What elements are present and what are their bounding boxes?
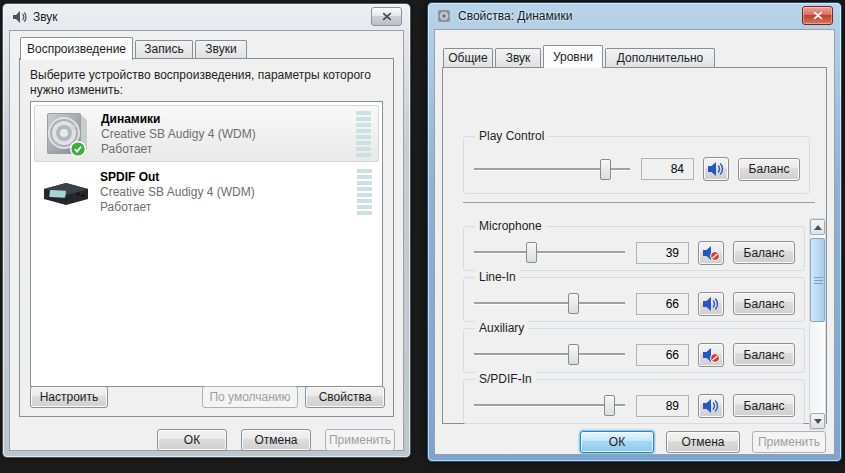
balance-button[interactable]: Баланс bbox=[733, 343, 795, 366]
sound-dialog-window: Звук Воспроизведение Запись Звуки Выбери… bbox=[2, 3, 411, 458]
properties-dialog-icon bbox=[437, 9, 452, 23]
channel-group-play-control: Play Control 84 Баланс bbox=[463, 136, 810, 194]
tab-sound[interactable]: Звук bbox=[495, 48, 541, 67]
balance-button[interactable]: Баланс bbox=[733, 394, 795, 417]
cancel-button[interactable]: Отмена bbox=[241, 429, 311, 451]
mute-button[interactable] bbox=[698, 292, 724, 316]
close-icon[interactable] bbox=[802, 6, 833, 25]
properties-client: Общие Звук Уровни Дополнительно Play Con… bbox=[434, 29, 835, 455]
balance-button[interactable]: Баланс bbox=[738, 158, 800, 181]
playback-tabpage: Выберите устройство воспроизведения, пар… bbox=[19, 58, 394, 417]
sound-dialog-titlebar[interactable]: Звук bbox=[3, 4, 410, 30]
device-row-speakers[interactable]: Динамики Creative SB Audigy 4 (WDM) Рабо… bbox=[34, 105, 379, 162]
device-row-spdif[interactable]: SPDIF Out Creative SB Audigy 4 (WDM) Раб… bbox=[34, 164, 379, 221]
set-default-button: По умолчанию bbox=[202, 386, 298, 408]
channel-label: Microphone bbox=[475, 219, 546, 233]
volume-slider[interactable] bbox=[472, 293, 627, 314]
level-meter bbox=[356, 111, 371, 158]
section-divider bbox=[463, 202, 815, 203]
apply-button: Применить bbox=[325, 429, 395, 451]
device-name: Динамики bbox=[101, 112, 256, 127]
properties-button[interactable]: Свойства bbox=[305, 386, 385, 408]
channel-label: Line-In bbox=[475, 270, 520, 284]
playback-instruction: Выберите устройство воспроизведения, пар… bbox=[30, 68, 392, 98]
slider-thumb[interactable] bbox=[526, 242, 537, 263]
volume-value: 39 bbox=[636, 242, 689, 264]
sound-dialog-client: Воспроизведение Запись Звуки Выберите ус… bbox=[9, 30, 404, 451]
volume-value: 66 bbox=[636, 293, 689, 315]
slider-thumb[interactable] bbox=[600, 159, 611, 180]
speaker-properties-window: Свойства: Динамики Общие Звук Уровни Доп… bbox=[427, 2, 842, 462]
scroll-down-icon[interactable] bbox=[810, 413, 825, 429]
ok-button[interactable]: ОК bbox=[580, 431, 654, 453]
device-driver: Creative SB Audigy 4 (WDM) bbox=[100, 185, 255, 200]
volume-slider[interactable] bbox=[472, 242, 627, 263]
slider-thumb[interactable] bbox=[604, 395, 615, 416]
scrollbar-thumb[interactable] bbox=[810, 238, 825, 322]
levels-scrollbar[interactable] bbox=[809, 218, 826, 430]
device-list[interactable]: Динамики Creative SB Audigy 4 (WDM) Рабо… bbox=[30, 101, 383, 387]
tab-playback[interactable]: Воспроизведение bbox=[20, 37, 133, 60]
channel-group-line-in: Line-In 66 Баланс bbox=[463, 277, 805, 322]
channel-label: S/PDIF-In bbox=[475, 372, 536, 386]
balance-button[interactable]: Баланс bbox=[733, 241, 795, 264]
channel-label: Auxiliary bbox=[475, 321, 528, 335]
tab-general[interactable]: Общие bbox=[443, 48, 493, 67]
level-meter bbox=[357, 169, 372, 216]
balance-button[interactable]: Баланс bbox=[733, 292, 795, 315]
mute-button[interactable] bbox=[698, 241, 724, 265]
device-status: Работает bbox=[101, 142, 256, 157]
configure-button[interactable]: Настроить bbox=[30, 386, 108, 408]
close-icon[interactable] bbox=[371, 7, 402, 26]
spdif-device-icon bbox=[41, 169, 91, 217]
speaker-device-icon bbox=[42, 111, 90, 159]
properties-title: Свойства: Динамики bbox=[458, 9, 572, 23]
volume-value: 66 bbox=[636, 344, 689, 366]
device-status: Работает bbox=[100, 200, 255, 215]
channel-label: Play Control bbox=[475, 129, 548, 143]
device-name: SPDIF Out bbox=[100, 170, 255, 185]
channel-group-spdif-in: S/PDIF-In 89 Баланс bbox=[463, 379, 805, 424]
tab-advanced[interactable]: Дополнительно bbox=[605, 48, 715, 67]
mute-button[interactable] bbox=[703, 157, 729, 181]
volume-slider[interactable] bbox=[472, 344, 627, 365]
device-driver: Creative SB Audigy 4 (WDM) bbox=[101, 127, 256, 142]
slider-thumb[interactable] bbox=[568, 293, 579, 314]
sound-dialog-icon bbox=[12, 10, 27, 24]
tab-levels[interactable]: Уровни bbox=[543, 45, 603, 68]
channel-group-auxiliary: Auxiliary 66 Баланс bbox=[463, 328, 805, 373]
properties-titlebar[interactable]: Свойства: Динамики bbox=[428, 3, 841, 29]
tab-sounds[interactable]: Звуки bbox=[195, 40, 247, 58]
apply-button: Применить bbox=[752, 431, 826, 453]
volume-value: 84 bbox=[641, 158, 694, 180]
tab-recording[interactable]: Запись bbox=[135, 40, 193, 58]
channel-group-microphone: Microphone 39 Баланс bbox=[463, 226, 805, 271]
ok-button[interactable]: ОК bbox=[157, 429, 227, 451]
cancel-button[interactable]: Отмена bbox=[666, 431, 740, 453]
volume-slider[interactable] bbox=[472, 159, 632, 180]
volume-value: 89 bbox=[636, 395, 689, 417]
scroll-up-icon[interactable] bbox=[810, 219, 825, 235]
mute-button[interactable] bbox=[698, 394, 724, 418]
levels-tabpage: Play Control 84 Баланс Microphone 39 bbox=[442, 67, 827, 424]
sound-dialog-title: Звук bbox=[33, 10, 58, 24]
slider-thumb[interactable] bbox=[568, 344, 579, 365]
volume-slider[interactable] bbox=[472, 395, 627, 416]
mute-button[interactable] bbox=[698, 343, 724, 367]
